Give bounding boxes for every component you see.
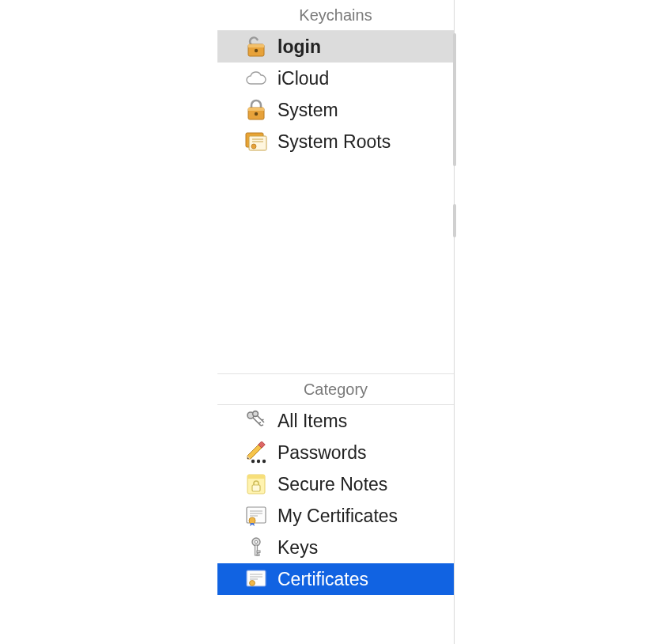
svg-point-17	[251, 460, 255, 463]
category-item-keys[interactable]: Keys	[217, 532, 454, 563]
note-lock-icon	[244, 472, 268, 496]
category-item-certificates[interactable]: Certificates	[217, 563, 454, 595]
scrollbar-thumb[interactable]	[453, 204, 456, 237]
svg-point-19	[262, 460, 266, 463]
category-item-label: Certificates	[277, 569, 368, 590]
single-key-icon	[244, 536, 268, 559]
keys-icon	[244, 409, 268, 433]
category-item-secure-notes[interactable]: Secure Notes	[217, 468, 454, 500]
category-item-all-items[interactable]: All Items	[217, 405, 454, 437]
keychains-section: Keychains login iCloud	[217, 0, 454, 373]
svg-point-8	[251, 144, 256, 149]
cert-doc-icon	[244, 567, 268, 591]
keychain-item-label: iCloud	[277, 68, 329, 89]
category-item-my-certificates[interactable]: My Certificates	[217, 500, 454, 532]
category-item-label: Keys	[277, 537, 318, 559]
svg-point-2	[255, 49, 258, 52]
keychain-item-label: login	[277, 36, 321, 58]
svg-point-29	[255, 540, 258, 544]
keychains-header: Keychains	[217, 0, 454, 31]
svg-rect-31	[257, 551, 260, 552]
category-item-label: All Items	[277, 411, 347, 432]
category-item-passwords[interactable]: Passwords	[217, 437, 454, 468]
svg-point-37	[250, 581, 255, 586]
category-header: Category	[217, 373, 454, 405]
category-item-label: Secure Notes	[277, 474, 387, 495]
svg-point-18	[257, 460, 260, 463]
keychain-item-icloud[interactable]: iCloud	[217, 63, 454, 94]
svg-rect-22	[252, 485, 260, 491]
cloud-icon	[244, 66, 268, 90]
keychain-item-label: System	[277, 100, 338, 121]
category-item-label: Passwords	[277, 442, 366, 464]
cert-stack-icon	[244, 130, 268, 153]
svg-rect-1	[248, 44, 264, 47]
category-section: Category All Items	[217, 373, 454, 644]
svg-rect-32	[257, 554, 259, 555]
svg-point-27	[249, 517, 255, 524]
keychain-item-label: System Roots	[277, 131, 391, 153]
scrollbar-thumb[interactable]	[453, 33, 456, 166]
keychain-access-sidebar: Keychains login iCloud	[217, 0, 455, 644]
category-item-label: My Certificates	[277, 506, 398, 527]
keychain-item-system-roots[interactable]: System Roots	[217, 126, 454, 157]
svg-rect-4	[248, 108, 264, 111]
keychain-item-system[interactable]: System	[217, 94, 454, 126]
cert-badge-icon	[244, 504, 268, 528]
keychain-item-login[interactable]: login	[217, 31, 454, 63]
svg-rect-21	[247, 475, 265, 479]
unlocked-padlock-icon	[244, 35, 268, 59]
locked-padlock-icon	[244, 98, 268, 122]
svg-point-5	[255, 112, 258, 116]
pencil-dots-icon	[244, 441, 268, 464]
svg-rect-7	[249, 136, 266, 150]
